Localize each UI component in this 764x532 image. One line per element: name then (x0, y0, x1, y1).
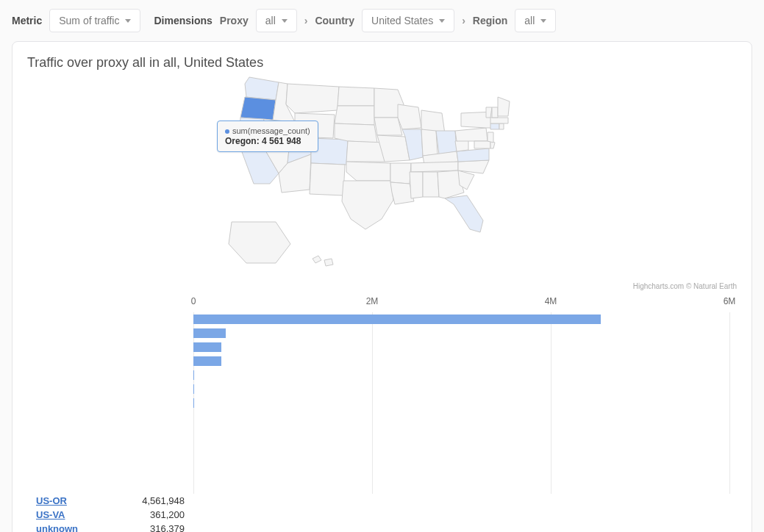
chevron-right-icon: › (462, 15, 465, 26)
region-label: Region (473, 15, 507, 26)
x-axis: 02M4M6M (193, 296, 729, 312)
caret-down-icon (439, 19, 445, 23)
table-row: US-VA361,200 (27, 508, 737, 522)
state-AK[interactable] (229, 222, 290, 263)
caret-down-icon (125, 19, 131, 23)
map-credit: Highcharts.com © Natural Earth (27, 282, 737, 290)
bar[interactable] (193, 314, 601, 324)
state-IA[interactable] (374, 118, 402, 135)
state-NH[interactable] (492, 107, 498, 118)
region-link[interactable]: US-OR (36, 495, 67, 506)
axis-tick: 6M (724, 296, 736, 306)
plot-area (193, 312, 729, 494)
value-cell: 316,379 (114, 523, 193, 532)
state-OK[interactable] (346, 162, 390, 181)
region-select[interactable]: all (515, 9, 556, 32)
state-WA[interactable] (245, 77, 279, 100)
region-link[interactable]: US-VA (36, 509, 65, 520)
state-OH[interactable] (436, 131, 457, 154)
state-NJ[interactable] (488, 132, 493, 143)
state-PA[interactable] (455, 128, 488, 141)
state-AL[interactable] (423, 172, 439, 197)
metric-select[interactable]: Sum of traffic (49, 9, 140, 32)
bar[interactable] (193, 370, 194, 380)
bar[interactable] (193, 356, 221, 366)
axis-tick: 2M (366, 296, 379, 306)
tooltip-dot-icon (225, 129, 229, 134)
state-IN[interactable] (421, 129, 438, 156)
state-NE[interactable] (335, 123, 377, 143)
metric-value: Sum of traffic (59, 15, 119, 26)
tooltip-label: Oregon: (225, 136, 260, 146)
chart-panel: Traffic over proxy all in all, United St… (12, 41, 752, 532)
map-tooltip: sum(message_count) Oregon: 4 561 948 (217, 121, 318, 152)
state-MA[interactable] (490, 118, 508, 123)
value-cell: 361,200 (114, 509, 193, 520)
state-HI1[interactable] (313, 256, 321, 263)
table-row: unknown316,379 (27, 522, 737, 532)
state-MS[interactable] (410, 172, 423, 198)
country-label: Country (315, 15, 354, 26)
state-TX[interactable] (342, 181, 393, 229)
region-value: all (524, 15, 535, 26)
state-AR[interactable] (390, 163, 411, 184)
state-NM[interactable] (310, 163, 345, 195)
state-OR[interactable] (240, 97, 276, 121)
caret-down-icon (540, 19, 546, 23)
state-MD[interactable] (474, 141, 490, 148)
state-KS[interactable] (346, 141, 385, 162)
bar[interactable] (193, 342, 221, 352)
state-HI2[interactable] (324, 259, 333, 266)
country-select[interactable]: United States (362, 9, 454, 32)
tooltip-value: 4 561 948 (262, 136, 301, 146)
table-row: US-OR4,561,948 (27, 494, 737, 508)
metric-label: Metric (12, 15, 42, 26)
filter-bar: Metric Sum of traffic Dimensions Proxy a… (12, 9, 752, 32)
proxy-select[interactable]: all (256, 9, 297, 32)
axis-tick: 4M (545, 296, 557, 306)
caret-down-icon (282, 19, 288, 23)
bar[interactable] (193, 328, 226, 338)
panel-title: Traffic over proxy all in all, United St… (27, 55, 737, 71)
us-map: sum(message_count) Oregon: 4 561 948 (27, 75, 737, 281)
state-VT[interactable] (486, 107, 492, 118)
state-CT[interactable] (490, 123, 499, 129)
country-value: United States (371, 15, 433, 26)
state-SD[interactable] (335, 106, 374, 125)
state-MT[interactable] (286, 84, 339, 113)
state-ND[interactable] (338, 87, 374, 106)
state-ME[interactable] (498, 97, 510, 116)
data-rows: US-OR4,561,948US-VA361,200unknown316,379… (27, 494, 737, 532)
state-TN[interactable] (411, 162, 458, 172)
tooltip-series: sum(message_count) (232, 126, 310, 135)
state-WI[interactable] (398, 104, 421, 129)
dimensions-label: Dimensions (154, 15, 212, 26)
bar-chart: 02M4M6M US-OR4,561,948US-VA361,200unknow… (27, 296, 737, 532)
axis-tick: 0 (191, 296, 196, 306)
value-cell: 4,561,948 (114, 495, 193, 506)
state-FL[interactable] (445, 195, 483, 232)
chevron-right-icon: › (304, 15, 308, 26)
state-RI[interactable] (499, 123, 504, 129)
proxy-label: Proxy (220, 15, 249, 26)
region-label: unknown (36, 523, 78, 532)
proxy-value: all (265, 15, 276, 26)
